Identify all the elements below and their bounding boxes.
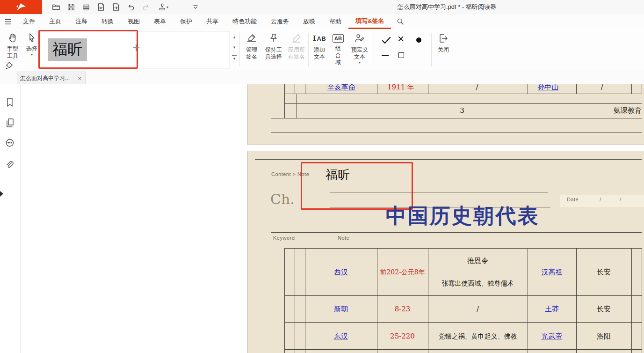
save-button[interactable] (65, 1, 77, 13)
apply-all-signatures-button[interactable]: 应用所有签名 (286, 33, 307, 60)
doc-capital-slash: / (574, 84, 630, 92)
keep-tool-selected-label: 保持工具选择 (263, 46, 284, 60)
export-pdf-button[interactable] (95, 1, 107, 13)
select-tool-label: 选择 (26, 45, 37, 52)
rule-line (305, 84, 305, 94)
doc-link-person[interactable]: 王莽 (528, 304, 576, 314)
menu-form[interactable]: 表单 (147, 14, 173, 29)
square-stamp-button[interactable] (398, 52, 404, 58)
undo-button[interactable] (125, 1, 137, 13)
keyword-label: Keyword (273, 235, 295, 241)
date-label: Date (567, 197, 579, 202)
select-tool-button[interactable]: 选择 ▾ (23, 33, 40, 57)
doc-link-xinhai[interactable]: 辛亥革命 (313, 84, 369, 92)
menu-fill-sign[interactable]: 填写&签名 (348, 14, 391, 29)
menu-file[interactable]: 文件 (16, 14, 42, 29)
print-button[interactable] (80, 1, 92, 13)
redo-button[interactable] (140, 1, 152, 13)
attachments-panel-button[interactable] (5, 160, 15, 170)
customize-toolbar-button[interactable] (189, 1, 202, 13)
doc-link-dynasty[interactable]: 新朝 (305, 304, 377, 314)
signature-selection-highlight[interactable] (38, 30, 138, 69)
chapter-label: Ch. (270, 191, 295, 207)
combo-field-button[interactable]: AB 组合域 (330, 33, 347, 66)
rule-line (631, 248, 632, 353)
rule-line (271, 118, 642, 118)
stamp-icon (158, 3, 166, 11)
add-text-icon: IAB (313, 33, 326, 44)
combo-field-label: 组合域 (333, 45, 344, 66)
signature-scroll-up[interactable]: ▴ (231, 35, 238, 39)
menubar: 文件 主页 注释 转换 视图 表单 保护 共享 特色功能 云服务 放映 帮助 填… (0, 14, 644, 29)
menu-cloud[interactable]: 云服务 (264, 14, 296, 29)
chevron-down-icon: ▾ (31, 52, 33, 57)
rule-line (642, 248, 642, 353)
rule-line (295, 84, 295, 94)
apply-signature-pen-icon (291, 33, 302, 44)
doc-link-person[interactable]: 汉高祖 (528, 267, 576, 277)
new-page-icon (112, 3, 120, 11)
new-doc-button[interactable] (110, 1, 122, 13)
doc-note-line: 张骞出使西域、独尊儒术 (428, 279, 528, 288)
pages-panel-button[interactable] (5, 118, 15, 128)
menu-help[interactable]: 帮助 (322, 14, 348, 29)
doc-link-sunzhongshan[interactable]: 孙中山 (520, 84, 576, 92)
doc-capital: 洛阳 (576, 331, 631, 341)
comments-panel-button[interactable] (5, 138, 15, 148)
doc-capital: 长安 (576, 267, 631, 277)
doc-link-dynasty[interactable]: 东汉 (305, 331, 377, 341)
menu-share[interactable]: 共享 (199, 14, 225, 29)
manage-signature-icon (246, 33, 257, 44)
doc-note-line: 党锢之祸、黄巾起义、佛教 (428, 331, 528, 341)
signature-more-button[interactable]: ▾ (231, 55, 238, 61)
panel-collapse-handle[interactable] (0, 191, 3, 197)
document-tab[interactable]: 怎么面对高中学习... × (17, 72, 86, 84)
tab-close-icon[interactable]: × (76, 75, 83, 82)
exit-icon (438, 33, 449, 44)
menu-features[interactable]: 特色功能 (225, 14, 264, 29)
manage-signature-button[interactable]: 管理签名 (241, 33, 262, 60)
predefined-text-button[interactable]: 预定义文本 ▾ (347, 33, 372, 65)
hand-tool-button[interactable]: 手型工具 (4, 33, 22, 59)
doc-year: 前202-公元8年 (377, 267, 428, 277)
stamp-tool-button[interactable]: ▾ (155, 1, 172, 13)
toolbar-separator (177, 3, 177, 11)
doc-year-1911: 1911 年 (374, 84, 427, 92)
add-text-label: 添加文本 (313, 46, 326, 60)
quick-pencil-button[interactable] (5, 61, 14, 70)
signature-scroll-down[interactable]: ▾ (231, 45, 238, 50)
keep-tool-selected-button[interactable]: 保持工具选择 (263, 33, 284, 60)
menu-home[interactable]: 主页 (42, 14, 68, 29)
menu-convert[interactable]: 转换 (94, 14, 121, 29)
note-label: Note (338, 235, 349, 241)
pencil-diamond-icon (5, 61, 14, 70)
close-fill-sign-button[interactable]: 关闭 (433, 33, 454, 53)
hamburger-menu-button[interactable] (0, 14, 16, 29)
cross-stamp-button[interactable]: × (398, 32, 404, 46)
apply-all-signatures-label: 应用所有签名 (286, 46, 307, 60)
add-signature-button[interactable]: + (132, 40, 140, 55)
rule-line (377, 248, 377, 353)
window-title: 怎么面对高中学习.pdf * - 福昕阅读器 (398, 0, 496, 14)
undo-icon (127, 3, 135, 11)
placed-signature-text[interactable]: 福昕 (326, 167, 350, 183)
add-text-button[interactable]: IAB 添加文本 (310, 33, 329, 60)
menu-comment[interactable]: 注释 (68, 14, 94, 29)
menu-protect[interactable]: 保护 (173, 14, 199, 29)
foxit-logo[interactable] (0, 0, 42, 14)
doc-year: 8-23 (377, 304, 428, 314)
doc-link-person[interactable]: 光武帝 (528, 331, 576, 341)
rule-line (255, 159, 642, 160)
menu-view[interactable]: 视图 (121, 14, 147, 29)
bookmarks-panel-button[interactable] (5, 97, 15, 108)
line-stamp-button[interactable] (382, 55, 389, 56)
print-icon (82, 3, 90, 11)
checkmark-stamp-button[interactable] (381, 35, 392, 46)
search-button[interactable] (391, 14, 410, 29)
document-canvas[interactable]: 辛亥革命 1911 年 / 孙中山 / 3 氨课教育 Content > Not… (21, 84, 644, 353)
menu-present[interactable]: 放映 (296, 14, 322, 29)
open-file-button[interactable] (50, 1, 62, 13)
doc-link-dynasty[interactable]: 西汉 (305, 267, 377, 277)
dot-stamp-button[interactable] (416, 37, 421, 43)
select-cursor-icon (27, 33, 36, 43)
